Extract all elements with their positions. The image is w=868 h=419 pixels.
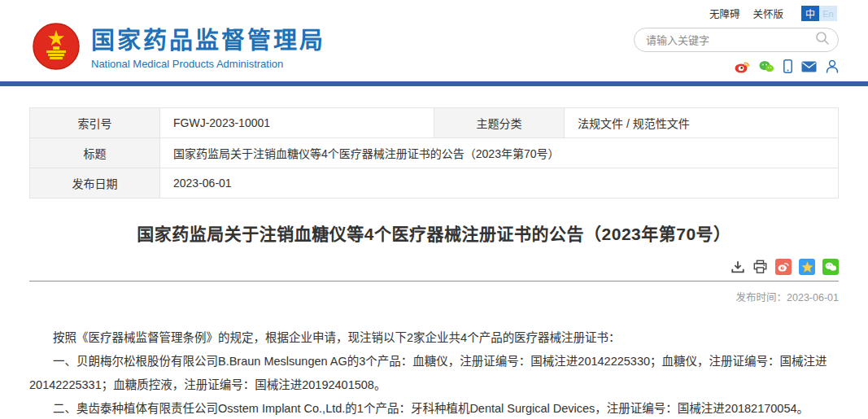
header-divider-bar [0,81,868,86]
download-icon[interactable] [731,260,745,274]
publish-time: 发布时间：2023-06-01 [29,289,839,304]
weibo-share-icon[interactable] [775,259,792,275]
topic-category-label: 主题分类 [434,108,565,138]
qzone-share-icon[interactable] [799,259,815,275]
paragraph: 二、奥齿泰种植体有限责任公司Osstem Implant Co.,Ltd.的1个… [29,397,839,419]
print-icon[interactable] [752,260,768,274]
article-body: 按照《医疗器械监督管理条例》的规定，根据企业申请，现注销以下2家企业共4个产品的… [29,326,839,419]
article-action-bar [29,259,839,282]
search-box[interactable] [634,28,839,52]
header-right [634,28,839,73]
document-info-table: 索引号 FGWJ-2023-10001 主题分类 法规文件 / 规范性文件 标题… [29,107,839,199]
main-content: 索引号 FGWJ-2023-10001 主题分类 法规文件 / 规范性文件 标题… [0,107,868,419]
table-row: 标题 国家药监局关于注销血糖仪等4个医疗器械注册证书的公告（2023年第70号） [30,138,839,168]
national-emblem-icon [33,23,80,73]
page-title: 国家药监局关于注销血糖仪等4个医疗器械注册证书的公告（2023年第70号） [29,220,839,245]
search-icon[interactable] [815,31,830,49]
header: 国家药品监督管理局 National Medical Products Admi… [0,21,868,81]
table-row: 发布日期 2023-06-01 [30,168,839,199]
wechat-icon[interactable] [759,60,774,73]
user-icon[interactable] [826,59,839,73]
mail-icon[interactable] [801,61,817,72]
search-input[interactable] [646,34,815,46]
lang-zh-button[interactable]: 中 [801,6,819,21]
topbar: 无障碍 关怀版 中 En [0,0,868,21]
care-version-link[interactable]: 关怀版 [752,6,783,21]
index-number-value: FGWJ-2023-10001 [160,108,434,138]
publish-date-value: 2023-06-01 [160,168,839,199]
weibo-icon[interactable] [735,60,750,73]
publish-date-label: 发布日期 [30,168,160,199]
doc-title-label: 标题 [30,138,160,168]
language-toggle: 中 En [801,6,837,21]
index-number-label: 索引号 [30,108,160,138]
accessibility-link[interactable]: 无障碍 [709,6,740,21]
wechat-share-icon[interactable] [822,259,839,275]
paragraph: 按照《医疗器械监督管理条例》的规定，根据企业申请，现注销以下2家企业共4个产品的… [29,326,839,350]
lang-en-button[interactable]: En [819,6,837,21]
site-title-block: 国家药品监督管理局 National Medical Products Admi… [91,26,325,69]
site-title: 国家药品监督管理局 [91,26,325,55]
paragraph: 一、贝朗梅尔松根股份有限公司B.Braun Meslsungen AG的3个产品… [29,350,839,397]
topic-category-value: 法规文件 / 规范性文件 [565,108,839,138]
site-subtitle: National Medical Products Administration [91,58,325,70]
table-row: 索引号 FGWJ-2023-10001 主题分类 法规文件 / 规范性文件 [30,108,839,138]
doc-title-value: 国家药监局关于注销血糖仪等4个医疗器械注册证书的公告（2023年第70号） [160,138,839,168]
header-social-icons [735,59,839,73]
phone-icon[interactable] [783,59,792,73]
site-brand[interactable]: 国家药品监督管理局 National Medical Products Admi… [33,23,325,73]
